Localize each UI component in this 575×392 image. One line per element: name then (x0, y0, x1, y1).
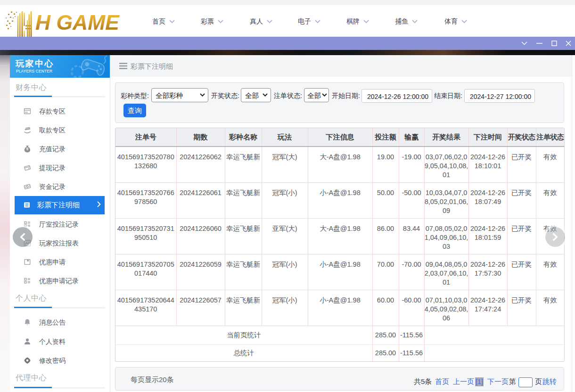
svg-text:H GAME: H GAME (35, 11, 120, 34)
